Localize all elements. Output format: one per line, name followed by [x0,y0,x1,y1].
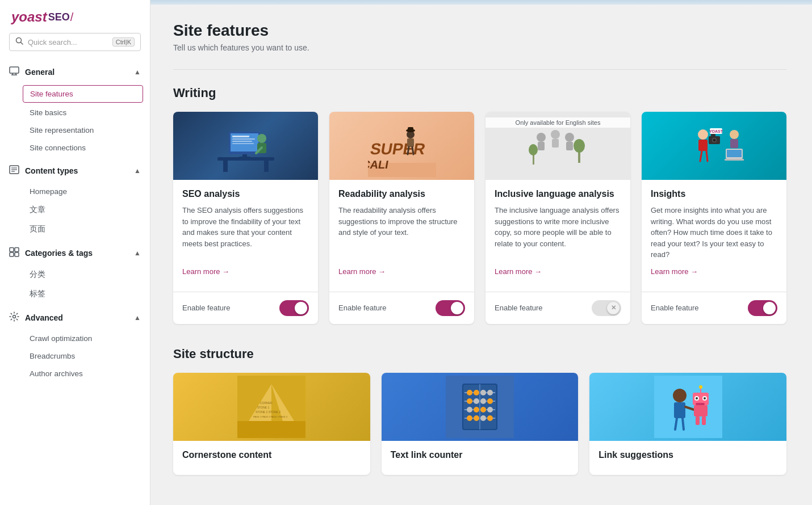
site-structure-cards-grid: CORNER STONE 1 STONE 2 STONE 2 PAGE 1 PA… [173,373,786,475]
search-shortcut: Ctrl|K [112,37,135,47]
sidebar-item-site-basics[interactable]: Site basics [0,104,150,121]
svg-text:SUPER: SUPER [369,140,426,158]
seo-analysis-toggle[interactable]: ✓ [279,300,309,316]
svg-rect-41 [552,139,559,148]
nav-section-advanced-header[interactable]: Advanced ▲ [0,306,150,330]
insights-description: Get more insights into what you are writ… [651,205,777,260]
text-link-image [382,373,579,441]
svg-point-90 [474,415,479,421]
sidebar-item-pages[interactable]: 页面 [0,220,150,239]
inclusive-body: Inclusive language analysis The inclusiv… [485,180,630,292]
svg-point-58 [730,130,739,139]
cornerstone-body: Cornerstone content [173,441,370,475]
svg-rect-39 [538,142,545,150]
monitor-icon [9,66,19,78]
svg-rect-16 [223,161,228,172]
cornerstone-title: Cornerstone content [182,450,361,460]
nav-section-general: General ▲ Site features Site basics Site… [0,60,150,157]
seo-analysis-enable-label: Enable feature [182,304,231,312]
nav-section-general-header[interactable]: General ▲ [0,60,150,84]
readability-toggle[interactable]: ✓ [436,300,465,316]
inclusive-image: Only available for English sites [485,112,630,180]
insights-image: YOAST [642,112,786,180]
sidebar-item-author-archives[interactable]: Author archives [0,365,150,382]
insights-footer: Enable feature ✓ [642,292,786,324]
svg-line-35 [412,147,413,154]
svg-text:STONE 2 STONE 2: STONE 2 STONE 2 [256,410,281,414]
nav-section-categories-header[interactable]: Categories & tags ▲ [0,241,150,265]
sidebar-item-articles[interactable]: 文章 [0,200,150,220]
sidebar-item-tags[interactable]: 标签 [0,284,150,304]
svg-rect-13 [15,253,19,256]
svg-rect-17 [264,161,269,172]
seo-analysis-title: SEO analysis [182,189,309,199]
readability-footer: Enable feature ✓ [329,292,474,324]
link-suggestions-title: Link suggestions [598,450,777,460]
nav-general-items: Site features Site basics Site represent… [0,85,150,157]
insights-card: YOAST Insights Get more insights [642,112,786,324]
svg-point-87 [480,407,486,413]
sidebar-item-site-connections[interactable]: Site connections [0,139,150,157]
nav-section-advanced: Advanced ▲ Crawl optimization Breadcrumb… [0,306,150,382]
svg-point-84 [487,398,493,404]
chevron-up-icon-3: ▲ [134,249,141,257]
svg-point-40 [551,130,560,139]
svg-rect-12 [10,253,14,256]
svg-point-110 [699,385,702,389]
insights-learn-more[interactable]: Learn more → [651,267,777,276]
svg-point-38 [537,133,546,142]
svg-point-88 [487,407,493,413]
svg-rect-61 [727,150,742,157]
seo-analysis-learn-more[interactable]: Learn more → [182,267,309,276]
nav-advanced-label: Advanced [25,313,128,322]
svg-point-83 [480,398,486,404]
svg-rect-25 [239,157,250,158]
sidebar: yoastSEO/ Quick search... Ctrl|K General… [0,0,150,505]
logo-yoast: yoast [11,9,47,25]
svg-point-54 [713,139,715,142]
svg-point-26 [257,134,266,143]
search-icon [15,37,23,47]
content-types-icon [9,165,19,177]
svg-rect-11 [15,248,19,252]
svg-point-82 [474,398,479,404]
inclusive-toggle[interactable]: ✕ [592,300,621,316]
inclusive-enable-label: Enable feature [495,304,543,312]
svg-line-98 [683,418,684,430]
chevron-up-icon: ▲ [134,68,141,76]
svg-rect-2 [10,67,19,73]
svg-text:PAGE 1 PAGE 2 PAGE 3 PAGE 4: PAGE 1 PAGE 2 PAGE 3 PAGE 4 [253,415,288,418]
writing-cards-grid: SEO analysis The SEO analysis offers sug… [173,112,786,324]
nav-categories-items: 分类 标签 [0,265,150,304]
readability-learn-more[interactable]: Learn more → [338,267,465,276]
sidebar-item-categories[interactable]: 分类 [0,265,150,284]
svg-point-47 [529,144,538,155]
seo-analysis-footer: Enable feature ✓ [173,292,318,324]
inclusive-title: Inclusive language analysis [495,189,621,199]
sidebar-item-site-features[interactable]: Site features [23,85,143,103]
logo-area: yoastSEO/ [0,0,150,33]
svg-rect-106 [694,405,708,416]
sidebar-item-homepage[interactable]: Homepage [0,183,150,200]
readability-body: Readability analysis The readability ana… [329,180,474,292]
inclusive-language-card: Only available for English sites [485,112,630,324]
svg-rect-105 [696,403,705,405]
cornerstone-card: CORNER STONE 1 STONE 2 STONE 2 PAGE 1 PA… [173,373,370,475]
sidebar-item-crawl-optimization[interactable]: Crawl optimization [0,330,150,347]
svg-rect-108 [702,416,706,425]
svg-rect-96 [674,402,685,418]
svg-text:YOAST: YOAST [709,129,723,133]
svg-rect-49 [698,140,708,151]
sidebar-item-breadcrumbs[interactable]: Breadcrumbs [0,347,150,365]
svg-rect-43 [566,142,573,150]
svg-rect-64 [237,421,305,438]
svg-rect-37 [408,127,413,132]
search-bar[interactable]: Quick search... Ctrl|K [9,33,141,51]
inclusive-learn-more[interactable]: Learn more → [495,267,621,276]
text-link-title: Text link counter [391,450,570,460]
svg-point-79 [480,390,486,395]
sidebar-item-site-representation[interactable]: Site representation [0,121,150,139]
insights-toggle[interactable]: ✓ [748,300,777,316]
nav-section-content-types-header[interactable]: Content types ▲ [0,159,150,183]
readability-title: Readability analysis [338,189,465,199]
